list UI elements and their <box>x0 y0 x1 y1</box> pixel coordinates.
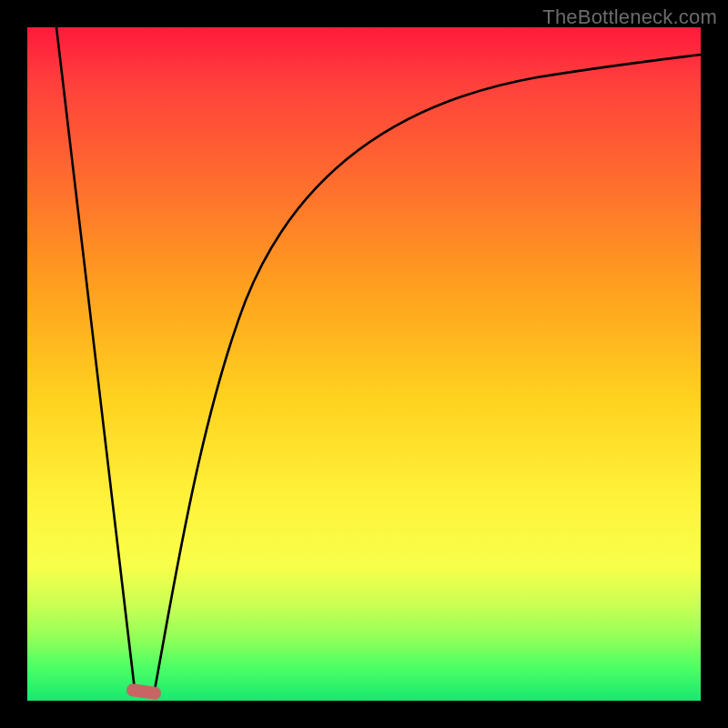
chart-frame: TheBottleneck.com <box>0 0 728 728</box>
bottleneck-curve <box>27 27 701 701</box>
watermark-text: TheBottleneck.com <box>542 5 717 29</box>
plot-area <box>27 27 701 701</box>
